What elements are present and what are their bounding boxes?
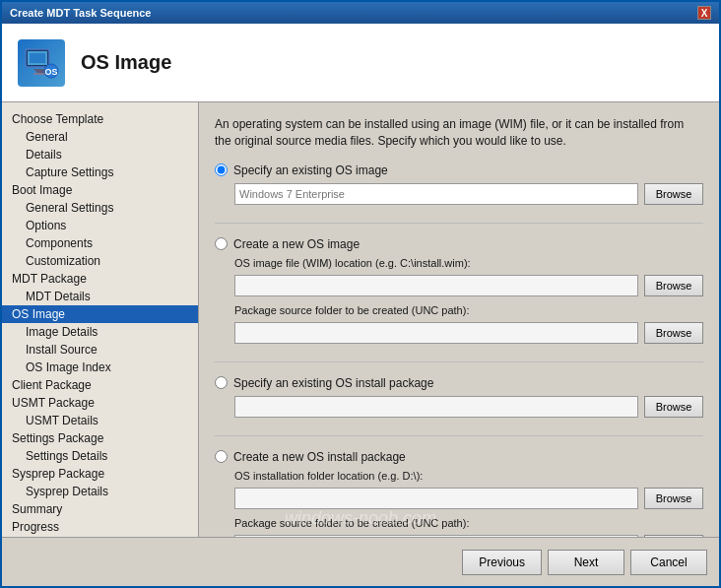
header-icon: OS — [18, 39, 65, 87]
existing-os-image-input[interactable] — [234, 183, 638, 205]
option1-radio-row: Specify an existing OS image — [215, 163, 703, 177]
pkg-source-label-1: Package source folder to be created (UNC… — [234, 304, 703, 316]
sidebar-item-progress[interactable]: Progress — [2, 518, 198, 536]
sidebar-item-components[interactable]: Components — [2, 234, 198, 252]
wim-location-label: OS image file (WIM) location (e.g. C:\in… — [234, 257, 703, 269]
sidebar-item-capture-settings[interactable]: Capture Settings — [2, 163, 198, 181]
footer: Previous Next Cancel — [2, 537, 719, 586]
sidebar-item-boot-image[interactable]: Boot Image — [2, 181, 198, 199]
pkg-source-label-2: Package source folder to be created (UNC… — [234, 517, 703, 529]
window-title: Create MDT Task Sequence — [10, 7, 151, 19]
option1-field-row: Browse — [234, 183, 703, 205]
cancel-button[interactable]: Cancel — [630, 550, 707, 575]
previous-button[interactable]: Previous — [462, 550, 542, 575]
sidebar: Choose Template General Details Capture … — [2, 102, 199, 537]
option-group-1: Specify an existing OS image Browse — [215, 163, 703, 209]
option2-radio-row: Create a new OS image — [215, 237, 703, 251]
svg-text:OS: OS — [44, 67, 57, 77]
existing-pkg-field-row: Browse — [234, 396, 703, 418]
title-bar: Create MDT Task Sequence X — [2, 2, 719, 24]
install-folder-label: OS installation folder location (e.g. D:… — [234, 470, 703, 482]
install-folder-field-row: Browse — [234, 488, 703, 509]
sidebar-item-usmt-details[interactable]: USMT Details — [2, 412, 198, 429]
sidebar-item-general-settings[interactable]: General Settings — [2, 199, 198, 217]
sidebar-item-settings-package[interactable]: Settings Package — [2, 429, 198, 447]
header: OS OS Image — [2, 24, 719, 102]
sidebar-item-sysprep-package[interactable]: Sysprep Package — [2, 465, 198, 483]
existing-pkg-input[interactable] — [234, 396, 638, 418]
sidebar-item-summary[interactable]: Summary — [2, 500, 198, 518]
sidebar-item-details[interactable]: Details — [2, 146, 198, 163]
main-content: An operating system can be installed usi… — [199, 102, 719, 537]
sidebar-item-settings-details[interactable]: Settings Details — [2, 447, 198, 465]
option2-label[interactable]: Create a new OS image — [233, 237, 360, 251]
option2-radio[interactable] — [215, 237, 228, 250]
option3-label[interactable]: Specify an existing OS install package — [233, 376, 433, 390]
main-window: Create MDT Task Sequence X OS OS Image C… — [0, 0, 721, 588]
option-group-4: Create a new OS install package OS insta… — [215, 450, 703, 537]
wim-location-field-row: Browse — [234, 275, 703, 296]
sidebar-item-sysprep-details[interactable]: Sysprep Details — [2, 483, 198, 500]
page-title: OS Image — [81, 51, 171, 74]
pkg-source-field-row-1: Browse — [234, 322, 703, 344]
option1-radio[interactable] — [215, 163, 228, 176]
browse-existing-os-button[interactable]: Browse — [644, 183, 703, 205]
option4-radio-row: Create a new OS install package — [215, 450, 703, 464]
wim-location-input[interactable] — [234, 275, 638, 296]
sidebar-item-client-package[interactable]: Client Package — [2, 376, 198, 394]
description-text: An operating system can be installed usi… — [215, 116, 703, 150]
option-group-2: Create a new OS image OS image file (WIM… — [215, 237, 703, 348]
browse-pkg-source-1-button[interactable]: Browse — [644, 322, 703, 344]
install-folder-input[interactable] — [234, 488, 638, 509]
option-group-3: Specify an existing OS install package B… — [215, 376, 703, 422]
sidebar-item-os-image-index[interactable]: OS Image Index — [2, 359, 198, 376]
browse-wim-button[interactable]: Browse — [644, 275, 703, 296]
sidebar-item-choose-template[interactable]: Choose Template — [2, 110, 198, 128]
sidebar-item-customization[interactable]: Customization — [2, 252, 198, 270]
browse-existing-pkg-button[interactable]: Browse — [644, 396, 703, 418]
sidebar-item-os-image[interactable]: OS Image — [2, 305, 198, 323]
svg-rect-2 — [30, 53, 45, 63]
next-button[interactable]: Next — [548, 550, 624, 575]
sidebar-item-mdt-details[interactable]: MDT Details — [2, 288, 198, 305]
content-area: Choose Template General Details Capture … — [2, 102, 719, 537]
option3-radio[interactable] — [215, 376, 228, 389]
option3-radio-row: Specify an existing OS install package — [215, 376, 703, 390]
browse-install-folder-button[interactable]: Browse — [644, 488, 703, 509]
pkg-source-input-1[interactable] — [234, 322, 638, 344]
sidebar-item-image-details[interactable]: Image Details — [2, 323, 198, 341]
option4-radio[interactable] — [215, 450, 228, 463]
sidebar-item-usmt-package[interactable]: USMT Package — [2, 394, 198, 412]
sidebar-item-mdt-package[interactable]: MDT Package — [2, 270, 198, 288]
close-button[interactable]: X — [697, 6, 711, 20]
option4-label[interactable]: Create a new OS install package — [233, 450, 406, 464]
sidebar-item-install-source[interactable]: Install Source — [2, 341, 198, 359]
sidebar-item-general[interactable]: General — [2, 128, 198, 146]
option1-label[interactable]: Specify an existing OS image — [233, 163, 388, 177]
sidebar-item-options[interactable]: Options — [2, 217, 198, 234]
